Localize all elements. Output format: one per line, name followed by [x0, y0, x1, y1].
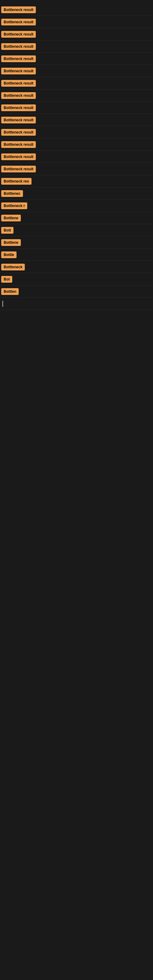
bottleneck-result-badge: Bottleneck result [1, 117, 36, 123]
list-item[interactable]: Bottleneck result [0, 89, 153, 102]
bottleneck-result-badge: Bot [1, 276, 12, 283]
bottleneck-result-badge: Bottleneck result [1, 31, 36, 38]
bottleneck-result-badge: Bottleneck r [1, 202, 27, 209]
list-item[interactable]: Bottleneck result [0, 65, 153, 77]
list-item[interactable]: Bottleneck result [0, 28, 153, 40]
list-item[interactable]: Bottleneck result [0, 16, 153, 28]
list-item[interactable]: Bottleneck [0, 261, 153, 273]
bottleneck-result-badge: Bottleneck result [1, 141, 36, 148]
list-item[interactable]: Bottleneck result [0, 4, 153, 16]
bottleneck-result-badge: Bottleneck result [1, 166, 36, 172]
list-item[interactable]: Bottleneck result [0, 126, 153, 138]
bottleneck-result-badge: Bottle [1, 251, 16, 258]
bottleneck-result-badge: Bottleneck res [1, 178, 32, 185]
list-item[interactable]: Bottleneck result [0, 77, 153, 89]
bottleneck-result-badge: Bottlen [1, 288, 19, 295]
list-item[interactable]: Bottleneck result [0, 138, 153, 151]
list-item[interactable]: Bot [0, 273, 153, 285]
bottleneck-result-badge: Bottleneck result [1, 43, 36, 50]
bottleneck-result-badge: Bottlene [1, 215, 21, 221]
list-item[interactable]: Bottleneck result [0, 52, 153, 65]
list-item[interactable]: Bottle [0, 249, 153, 261]
bottleneck-result-badge: Bottleneck [1, 264, 25, 270]
bottleneck-result-badge: Bottleneck result [1, 68, 36, 75]
site-title [0, 0, 153, 4]
bottleneck-result-badge: Bott [1, 227, 13, 234]
list-item[interactable]: Bottlenec [0, 188, 153, 200]
bottleneck-result-badge: Bottleneck result [1, 105, 36, 111]
list-item[interactable]: Bottleneck result [0, 114, 153, 126]
bottleneck-result-badge: Bottleneck result [1, 80, 36, 87]
list-item[interactable]: Bottleneck result [0, 102, 153, 114]
list-item[interactable]: Bottleneck result [0, 151, 153, 163]
bottleneck-result-badge: Bottleneck result [1, 6, 36, 13]
list-item[interactable]: Bottlene [0, 236, 153, 249]
bottleneck-result-badge: Bottleneck result [1, 129, 36, 136]
list-item[interactable]: Bottleneck result [0, 40, 153, 52]
list-item[interactable]: Bottlene [0, 212, 153, 224]
rows-container: Bottleneck resultBottleneck resultBottle… [0, 4, 153, 298]
bottleneck-result-badge: Bottleneck result [1, 92, 36, 99]
empty-space [0, 310, 153, 678]
bottleneck-result-badge: Bottleneck result [1, 153, 36, 160]
list-item[interactable]: Bott [0, 224, 153, 236]
list-item[interactable]: Bottleneck res [0, 175, 153, 188]
bottleneck-result-badge: Bottlenec [1, 190, 23, 197]
bottleneck-result-badge: Bottleneck result [1, 56, 36, 62]
list-item[interactable]: Bottleneck result [0, 163, 153, 175]
cursor-row [0, 298, 153, 310]
text-cursor [2, 301, 3, 307]
site-header [0, 0, 153, 4]
bottleneck-result-badge: Bottleneck result [1, 19, 36, 25]
list-item[interactable]: Bottleneck r [0, 200, 153, 212]
bottleneck-result-badge: Bottlene [1, 239, 21, 246]
list-item[interactable]: Bottlen [0, 285, 153, 298]
